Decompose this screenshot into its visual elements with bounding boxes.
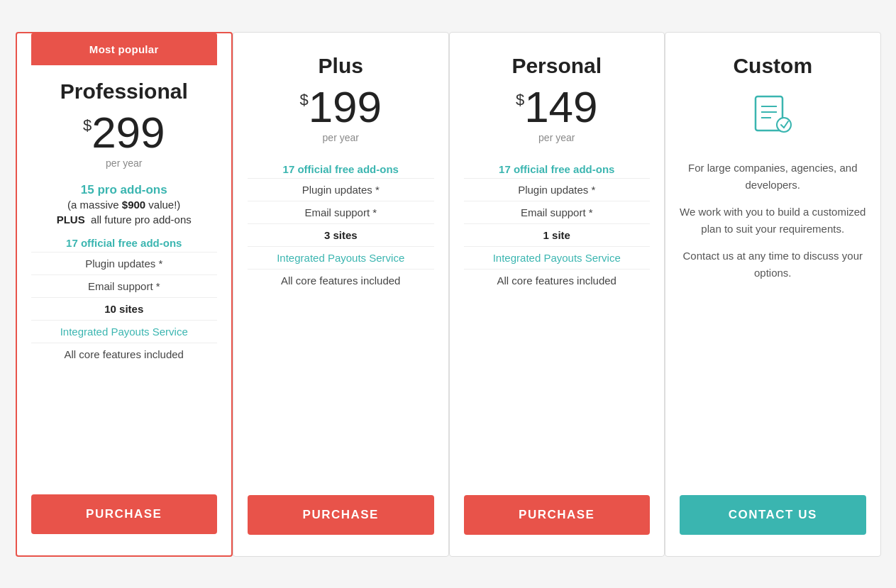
custom-desc-1: For large companies, agencies, and devel… [680,160,866,194]
plan-price-professional: $ 299 [83,111,165,155]
feature-payouts-plus: Integrated Payouts Service [248,246,434,269]
feature-core-plus: All core features included [248,269,434,292]
features-personal: 17 official free add-ons Plugin updates … [464,157,651,474]
amount-plus: 199 [309,85,382,129]
features-custom: For large companies, agencies, and devel… [680,160,866,474]
feature-core-professional: All core features included [31,343,218,365]
plan-card-professional: Most popular Professional $ 299 per year… [16,32,233,557]
features-professional: 15 pro add-ons (a massive $900 value!) P… [31,183,218,473]
addon-title-professional: 15 pro add-ons [81,183,167,197]
plan-card-custom: Custom For large companies, agencies, an… [665,32,881,557]
custom-desc-2: We work with you to build a customized p… [680,204,866,238]
purchase-button-plus[interactable]: PURCHASE [248,495,434,535]
features-plus: 17 official free add-ons Plugin updates … [248,157,434,474]
addon-value-professional: (a massive $900 value!) [67,199,180,211]
plan-name-professional: Professional [60,79,188,104]
feature-email-support-professional: Email support * [31,274,218,297]
period-professional: per year [106,157,142,169]
plan-card-plus: Plus $ 199 per year 17 official free add… [233,32,449,557]
period-plus: per year [323,132,359,143]
feature-email-support-plus: Email support * [248,201,434,223]
feature-sites-plus: 3 sites [248,223,434,246]
free-addons-plus: 17 official free add-ons [283,163,399,175]
feature-plugin-updates-professional: Plugin updates * [31,252,218,274]
currency-professional: $ [83,116,92,135]
feature-core-personal: All core features included [464,269,651,292]
most-popular-badge: Most popular [31,33,218,65]
feature-email-support-personal: Email support * [464,201,651,223]
plan-name-custom: Custom [733,54,812,78]
free-addons-professional: 17 official free add-ons [66,237,182,249]
plan-name-personal: Personal [511,54,602,78]
feature-plugin-updates-personal: Plugin updates * [464,178,651,201]
amount-personal: 149 [524,85,597,129]
purchase-button-professional[interactable]: PURCHASE [31,494,218,534]
amount-professional: 299 [92,111,165,155]
currency-personal: $ [516,91,524,109]
feature-payouts-professional: Integrated Payouts Service [31,320,218,343]
period-personal: per year [538,132,575,143]
feature-sites-professional: 10 sites [31,297,218,320]
feature-payouts-personal: Integrated Payouts Service [464,246,651,269]
feature-plugin-updates-plus: Plugin updates * [248,178,434,201]
feature-sites-personal: 1 site [464,223,651,246]
custom-plan-icon [750,92,795,145]
currency-plus: $ [299,91,308,109]
plan-card-personal: Personal $ 149 per year 17 official free… [449,32,665,557]
free-addons-personal: 17 official free add-ons [499,163,614,175]
svg-point-4 [777,118,791,132]
plan-name-plus: Plus [319,54,363,78]
plus-text-professional: PLUS all future pro add-ons [57,213,192,226]
plan-price-plus: $ 199 [299,85,382,129]
custom-desc-3: Contact us at any time to discuss your o… [680,248,866,282]
pricing-container: Most popular Professional $ 299 per year… [16,32,881,557]
contact-button-custom[interactable]: CONTACT US [680,495,866,535]
plan-price-personal: $ 149 [516,85,598,129]
purchase-button-personal[interactable]: PURCHASE [464,495,651,535]
